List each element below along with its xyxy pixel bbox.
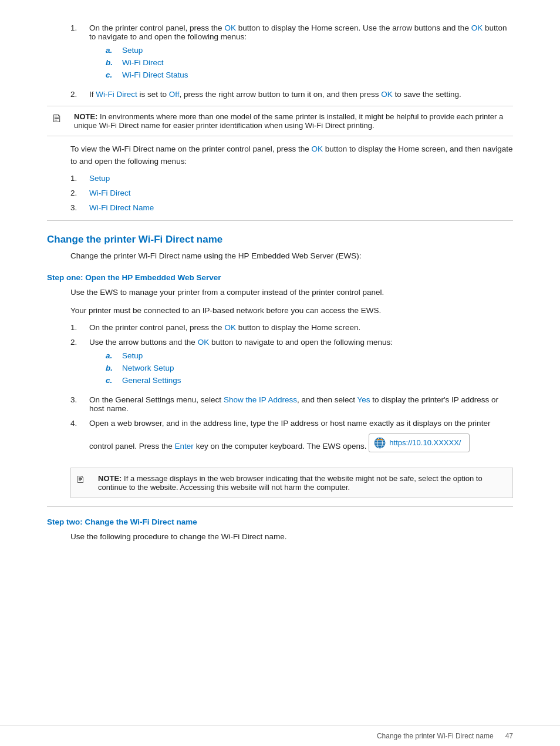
list-item-2: 2. If Wi-Fi Direct is set to Off, press …	[70, 90, 513, 99]
alpha-label: b.	[106, 364, 122, 372]
section-intro: 1. On the printer control panel, press t…	[47, 23, 513, 99]
wifi-direct-status-link[interactable]: Wi-Fi Direct Status	[122, 70, 188, 79]
note-label: NOTE:	[74, 112, 97, 121]
sub-item-a: a. Setup	[106, 351, 513, 360]
sub-item-c: c. General Settings	[106, 376, 513, 385]
footer-text: Change the printer Wi-Fi Direct name	[377, 732, 494, 740]
note-content-2: NOTE: If a message displays in the web b…	[98, 474, 508, 492]
wifi-direct-link[interactable]: Wi-Fi Direct	[122, 58, 164, 67]
para-1: To view the Wi-Fi Direct name on the pri…	[47, 143, 513, 168]
second-list: 1. Setup 2. Wi-Fi Direct 3. Wi-Fi Direct…	[70, 174, 513, 212]
step-one-item-2: 2. Use the arrow buttons and the OK butt…	[70, 338, 513, 389]
item-number: 1.	[70, 323, 89, 332]
item-content: On the printer control panel, press the …	[89, 323, 513, 332]
note-icon: 🖹	[52, 113, 69, 125]
sub-item-b: b. Network Setup	[106, 364, 513, 372]
show-ip-link[interactable]: Show the IP Address	[224, 395, 297, 404]
url-box: https://10.10.XXXXX/	[369, 434, 470, 452]
step-one-item-4: 4. Open a web browser, and in the addres…	[70, 419, 513, 461]
note-box-1: 🖹 NOTE: In environments where more than …	[47, 106, 513, 136]
section-heading: Change the printer Wi-Fi Direct name	[47, 234, 513, 246]
note-text-2: If a message displays in the web browser…	[98, 474, 483, 492]
item-number: 2.	[70, 338, 89, 389]
setup-link-2[interactable]: Setup	[89, 174, 110, 183]
yes-link[interactable]: Yes	[357, 395, 370, 404]
text: button to navigate to and open the follo…	[209, 338, 393, 347]
wifi-direct-link-3[interactable]: Wi-Fi Direct	[89, 189, 131, 197]
text: button to display the Home screen.	[236, 323, 360, 332]
text: is set to	[137, 90, 169, 99]
enter-link[interactable]: Enter	[175, 442, 194, 451]
url-text: https://10.10.XXXXX/	[389, 438, 461, 447]
text: , press the right arrow button to turn i…	[180, 90, 382, 99]
note-box-2: 🖹 NOTE: If a message displays in the web…	[70, 468, 513, 498]
text: To view the Wi-Fi Direct name on the pri…	[70, 145, 311, 153]
step-one-item-1: 1. On the printer control panel, press t…	[70, 323, 513, 332]
item-number: 2.	[70, 189, 89, 197]
ok-link-1[interactable]: OK	[224, 23, 236, 32]
item-number: 1.	[70, 174, 89, 183]
item-number: 1.	[70, 23, 89, 84]
ok-link-s2[interactable]: OK	[198, 338, 210, 347]
section-intro-text: Change the printer Wi-Fi Direct name usi…	[47, 250, 513, 263]
text: On the printer control panel, press the	[89, 323, 224, 332]
note-text: In environments where more than one mode…	[74, 112, 503, 130]
text-mid: button to display the Home screen. Use t…	[236, 23, 471, 32]
text: key on the computer keyboard. The EWS op…	[194, 442, 367, 451]
sub-item-b: b. Wi-Fi Direct	[106, 58, 513, 67]
step-one-para2: Your printer must be connected to an IP-…	[47, 305, 513, 317]
section-divider	[47, 220, 513, 221]
sub-list-2: a. Setup b. Network Setup c. General Set…	[106, 351, 513, 385]
step-one-heading: Step one: Open the HP Embedded Web Serve…	[47, 273, 513, 282]
text: to save the setting.	[393, 90, 461, 99]
item-content: On the General Settings menu, select Sho…	[89, 395, 513, 413]
item-content: Open a web browser, and in the address l…	[89, 419, 513, 461]
ok-link-2[interactable]: OK	[471, 23, 483, 32]
footer: Change the printer Wi-Fi Direct name 47	[0, 725, 560, 746]
note-icon-2: 🖹	[76, 475, 93, 485]
item-number: 4.	[70, 419, 89, 461]
ok-link-para[interactable]: OK	[311, 145, 323, 153]
wifi-direct-name-link[interactable]: Wi-Fi Direct Name	[89, 203, 154, 212]
sub-list-1: a. Setup b. Wi-Fi Direct c. Wi-Fi Direct…	[106, 46, 513, 79]
browser-icon	[374, 437, 386, 449]
general-settings-link[interactable]: General Settings	[122, 376, 181, 385]
item-content-2: If Wi-Fi Direct is set to Off, press the…	[89, 90, 513, 99]
off-link[interactable]: Off	[169, 90, 180, 99]
item-number: 3.	[70, 203, 89, 212]
alpha-label: c.	[106, 70, 122, 79]
sub-item-a: a. Setup	[106, 46, 513, 55]
step-one-list-container: 1. On the printer control panel, press t…	[47, 323, 513, 461]
step-one-list: 1. On the printer control panel, press t…	[70, 323, 513, 461]
item-number-2: 2.	[70, 90, 89, 99]
list-item: 3. Wi-Fi Direct Name	[70, 203, 513, 212]
text: If	[89, 90, 96, 99]
setup-link-s[interactable]: Setup	[122, 351, 143, 360]
alpha-label: a.	[106, 351, 122, 360]
note-content: NOTE: In environments where more than on…	[74, 112, 508, 130]
section-divider-2	[47, 506, 513, 507]
list-item: 1. Setup	[70, 174, 513, 183]
ok-link-s1[interactable]: OK	[224, 323, 236, 332]
step-one-para1: Use the EWS to manage your printer from …	[47, 287, 513, 299]
item-content: On the printer control panel, press the …	[89, 23, 513, 84]
network-setup-link[interactable]: Network Setup	[122, 364, 174, 372]
wifi-direct-link-2[interactable]: Wi-Fi Direct	[96, 90, 137, 99]
step-two-heading: Step two: Change the Wi-Fi Direct name	[47, 518, 513, 526]
alpha-label: c.	[106, 376, 122, 385]
note-label-2: NOTE:	[98, 474, 122, 483]
step-two-para: Use the following procedure to change th…	[47, 531, 513, 543]
footer-page: 47	[505, 732, 513, 740]
step-one-item-3: 3. On the General Settings menu, select …	[70, 395, 513, 413]
setup-link[interactable]: Setup	[122, 46, 143, 55]
ok-link-3[interactable]: OK	[381, 90, 393, 99]
item-number: 3.	[70, 395, 89, 413]
text: Use the arrow buttons and the	[89, 338, 198, 347]
alpha-label: a.	[106, 46, 122, 55]
item-content: Use the arrow buttons and the OK button …	[89, 338, 513, 389]
sub-item-c: c. Wi-Fi Direct Status	[106, 70, 513, 79]
intro-list: 1. On the printer control panel, press t…	[70, 23, 513, 99]
list-item: 2. Wi-Fi Direct	[70, 189, 513, 197]
list-item: 1. On the printer control panel, press t…	[70, 23, 513, 84]
alpha-label: b.	[106, 58, 122, 67]
